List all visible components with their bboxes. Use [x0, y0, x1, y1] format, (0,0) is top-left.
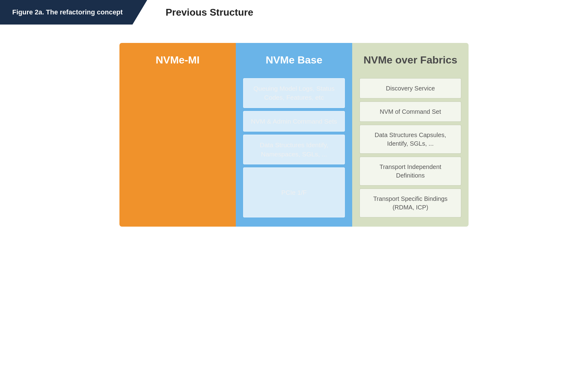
- nvme-fabrics-title: NVMe over Fabrics: [352, 43, 469, 75]
- base-card-4: PCIe 1/F: [243, 167, 345, 217]
- page-title-text: Previous Structure: [166, 7, 253, 18]
- nvme-mi-title: NVMe-MI: [119, 43, 236, 75]
- nvme-fabrics-body: Discovery Service NVM of Command Set Dat…: [352, 75, 469, 227]
- header: Figure 2a. The refactoring concept Previ…: [0, 0, 588, 25]
- base-card-2: NVM & Admin Command Sets: [243, 111, 345, 132]
- nvme-mi-body: [119, 75, 236, 227]
- fabrics-card-1: Discovery Service: [360, 78, 461, 98]
- column-nvme-mi: NVMe-MI: [119, 43, 236, 227]
- nvme-base-title: NVMe Base: [236, 43, 352, 75]
- fabrics-card-4: Transport Independent Definitions: [360, 157, 461, 186]
- base-card-3: Data Structures Identify, Namespaces, SG…: [243, 135, 345, 164]
- column-nvme-base: NVMe Base Queuing Model Logs, Status Cod…: [236, 43, 352, 227]
- column-nvme-fabrics: NVMe over Fabrics Discovery Service NVM …: [352, 43, 469, 227]
- nvme-base-body: Queuing Model Logs, Status Codes, Featur…: [236, 75, 352, 227]
- fabrics-card-5: Transport Specific Bindings (RDMA, ICP): [360, 189, 461, 217]
- fabrics-card-2: NVM of Command Set: [360, 102, 461, 122]
- base-card-1: Queuing Model Logs, Status Codes, Featur…: [243, 78, 345, 108]
- figure-label: Figure 2a. The refactoring concept: [0, 0, 147, 25]
- page-title: Previous Structure: [147, 0, 253, 25]
- fabrics-card-3: Data Structures Capsules, Identify, SGLs…: [360, 125, 461, 154]
- main-content: NVMe-MI NVMe Base Queuing Model Logs, St…: [0, 25, 588, 245]
- figure-label-text: Figure 2a. The refactoring concept: [12, 8, 123, 16]
